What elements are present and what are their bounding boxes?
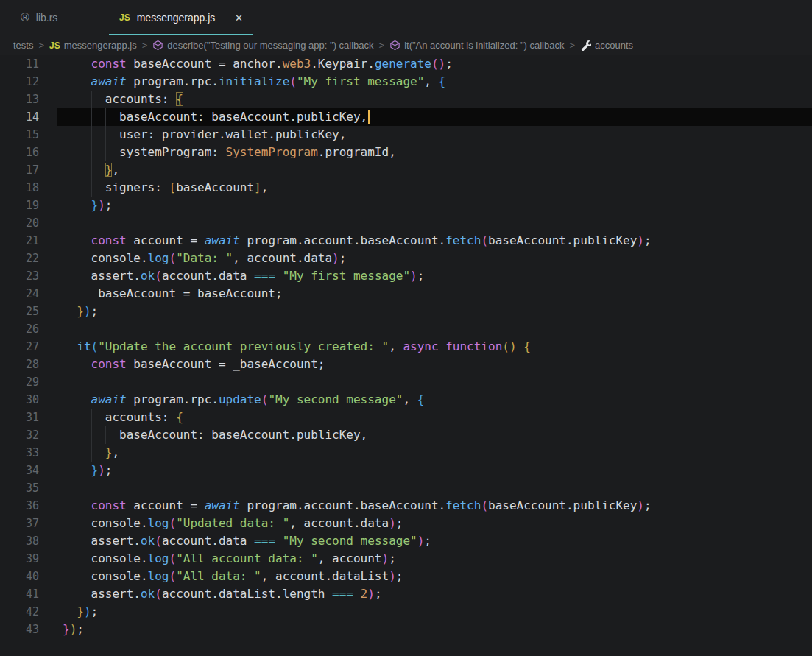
code-line[interactable]: const account = await program.account.ba…	[0, 497, 812, 515]
breadcrumb-item-it[interactable]: it("An account is initialized: ") callba…	[389, 40, 564, 51]
line-number[interactable]: 29	[0, 373, 57, 391]
line-number[interactable]: 14	[0, 108, 57, 126]
code-line[interactable]: accounts: {31	[0, 409, 812, 426]
line-number[interactable]: 43	[0, 621, 57, 638]
breadcrumb-item-file[interactable]: JS messengerapp.js	[49, 40, 137, 51]
line-number[interactable]: 19	[0, 197, 57, 214]
code-line[interactable]: assert.ok(account.data === "My first mes…	[0, 267, 812, 285]
indent-guide	[63, 603, 63, 621]
indent-guide	[77, 356, 77, 373]
code-line[interactable]: },17	[0, 161, 812, 179]
code-line[interactable]: 26	[0, 320, 812, 338]
line-number[interactable]: 28	[0, 356, 57, 373]
line-number[interactable]: 40	[0, 568, 57, 585]
code-line[interactable]: signers: [baseAccount],18	[0, 179, 812, 197]
code-line[interactable]: baseAccount: baseAccount.publicKey,14	[0, 108, 812, 126]
line-number[interactable]: 38	[0, 532, 57, 550]
line-number[interactable]: 26	[0, 320, 57, 338]
indent-guide	[77, 179, 77, 197]
code-token: }	[77, 304, 84, 318]
code-line[interactable]: _baseAccount = baseAccount;24	[0, 285, 812, 303]
line-number[interactable]: 41	[0, 585, 57, 603]
line-number[interactable]: 32	[0, 426, 57, 444]
code-token: accounts:	[63, 410, 176, 424]
line-number[interactable]: 34	[0, 462, 57, 479]
code-line[interactable]: });42	[0, 603, 812, 621]
breadcrumb-item-tests[interactable]: tests	[13, 40, 33, 51]
line-number[interactable]: 37	[0, 515, 57, 532]
code-line[interactable]: await program.rpc.initialize("My first m…	[0, 73, 812, 91]
indent-guide	[77, 267, 77, 285]
line-number[interactable]: 30	[0, 391, 57, 409]
code-line[interactable]: 20	[0, 214, 812, 232]
code-line[interactable]: systemProgram: SystemProgram.programId,1…	[0, 144, 812, 161]
line-number[interactable]: 12	[0, 73, 57, 91]
code-editor[interactable]: const baseAccount = anchor.web3.Keypair.…	[0, 55, 812, 638]
code-token: update	[219, 392, 261, 406]
code-token: web3	[283, 57, 311, 71]
line-number[interactable]: 36	[0, 497, 57, 515]
code-line[interactable]: const baseAccount = anchor.web3.Keypair.…	[0, 55, 812, 73]
close-icon[interactable]: ✕	[235, 13, 243, 24]
code-token: )	[98, 463, 105, 477]
line-number[interactable]: 21	[0, 232, 57, 250]
line-number[interactable]: 16	[0, 144, 57, 161]
tab-label: lib.rs	[36, 12, 58, 24]
code-line[interactable]: it("Update the account previously create…	[0, 338, 812, 356]
code-token: ===	[332, 587, 353, 601]
code-token	[63, 445, 105, 459]
line-number[interactable]: 13	[0, 91, 57, 108]
line-number[interactable]: 24	[0, 285, 57, 303]
code-line[interactable]: assert.ok(account.data === "My second me…	[0, 532, 812, 550]
code-line[interactable]: });43	[0, 621, 812, 638]
indent-guide	[63, 356, 63, 373]
code-token: ]	[254, 180, 261, 194]
code-line[interactable]: });19	[0, 197, 812, 214]
line-number[interactable]: 33	[0, 444, 57, 462]
code-line[interactable]: console.log("All account data: ", accoun…	[0, 550, 812, 568]
tab-messengerapp-js[interactable]: JS messengerapp.js ✕	[109, 0, 253, 35]
code-line[interactable]: 29	[0, 373, 812, 391]
code-line[interactable]: 35	[0, 479, 812, 497]
line-number[interactable]: 42	[0, 603, 57, 621]
indent-guide	[77, 250, 77, 267]
code-line[interactable]: console.log("Data: ", account.data);22	[0, 250, 812, 267]
line-number[interactable]: 18	[0, 179, 57, 197]
line-number[interactable]: 22	[0, 250, 57, 267]
code-line[interactable]: assert.ok(account.dataList.length === 2)…	[0, 585, 812, 603]
code-token: "All data: "	[176, 569, 261, 583]
code-line[interactable]: baseAccount: baseAccount.publicKey,32	[0, 426, 812, 444]
line-number[interactable]: 23	[0, 267, 57, 285]
code-line[interactable]: console.log("Updated data: ", account.da…	[0, 515, 812, 532]
code-line[interactable]: });25	[0, 303, 812, 320]
code-line[interactable]: });34	[0, 462, 812, 479]
line-number[interactable]: 27	[0, 338, 57, 356]
code-line[interactable]: const baseAccount = _baseAccount;28	[0, 356, 812, 373]
code-token: baseAccount: baseAccount.publicKey,	[63, 428, 367, 442]
code-token	[63, 339, 77, 353]
code-line[interactable]: await program.rpc.update("My second mess…	[0, 391, 812, 409]
line-number[interactable]: 25	[0, 303, 57, 320]
tab-lib-rs[interactable]: ® lib.rs	[0, 0, 109, 35]
code-line[interactable]: const account = await program.account.ba…	[0, 232, 812, 250]
indent-guide	[77, 55, 77, 73]
breadcrumb-item-accounts[interactable]: accounts	[580, 40, 633, 51]
line-number[interactable]: 20	[0, 214, 57, 232]
line-number[interactable]: 39	[0, 550, 57, 568]
code-token: {	[439, 74, 446, 88]
line-number[interactable]: 11	[0, 55, 57, 73]
line-number[interactable]: 35	[0, 479, 57, 497]
code-line[interactable]: },33	[0, 444, 812, 462]
breadcrumb-label: messengerapp.js	[64, 40, 137, 51]
code-token: program.account.baseAccount.	[240, 233, 445, 247]
code-token: _baseAccount = baseAccount;	[63, 286, 283, 300]
code-line[interactable]: accounts: {13	[0, 91, 812, 108]
code-line[interactable]: user: provider.wallet.publicKey,15	[0, 126, 812, 144]
line-number[interactable]: 17	[0, 161, 57, 179]
line-number[interactable]: 31	[0, 409, 57, 426]
text-cursor	[368, 110, 370, 124]
indent-guide	[77, 585, 77, 603]
line-number[interactable]: 15	[0, 126, 57, 144]
breadcrumb-item-describe[interactable]: describe("Testing our messaging app: ") …	[152, 40, 373, 51]
code-line[interactable]: console.log("All data: ", account.dataLi…	[0, 568, 812, 585]
